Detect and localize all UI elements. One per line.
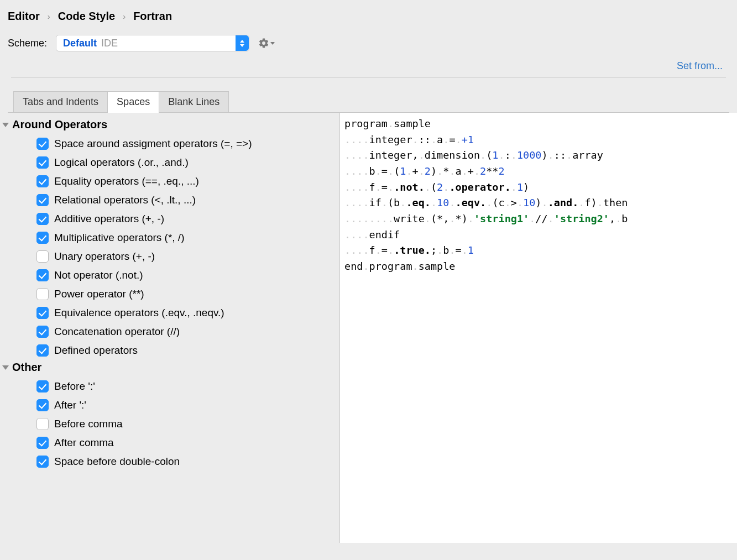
chevron-down-icon [270, 42, 275, 45]
tab-blank-lines[interactable]: Blank Lines [159, 91, 229, 112]
checkbox[interactable] [36, 380, 49, 392]
collapse-triangle-icon [2, 365, 9, 370]
option-row[interactable]: After comma [36, 433, 339, 452]
option-row[interactable]: Equivalence operators (.eqv., .neqv.) [36, 303, 339, 322]
checkbox[interactable] [36, 326, 49, 338]
option-row[interactable]: Multiplicative operators (*, /) [36, 228, 339, 247]
option-row[interactable]: Defined operators [36, 341, 339, 360]
checkbox[interactable] [36, 156, 49, 169]
set-from-link[interactable]: Set from... [677, 60, 723, 71]
checkbox[interactable] [36, 437, 49, 449]
group-label: Other [12, 361, 41, 374]
option-label: Space around assigment operators (=, =>) [54, 138, 252, 150]
option-label: Before ':' [54, 380, 95, 392]
checkbox[interactable] [36, 288, 49, 300]
option-label: Additive operators (+, -) [54, 213, 164, 225]
checkbox[interactable] [36, 344, 49, 357]
tabs: Tabs and Indents Spaces Blank Lines [8, 78, 729, 113]
scheme-value: Default [63, 38, 97, 49]
option-row[interactable]: Before ':' [36, 377, 339, 396]
option-label: Before comma [54, 418, 123, 430]
option-label: After comma [54, 437, 114, 449]
option-row[interactable]: Additive operators (+, -) [36, 210, 339, 228]
option-label: Logical operators (.or., .and.) [54, 156, 189, 169]
settings-gear-button[interactable] [258, 38, 275, 49]
chevron-right-icon: › [48, 12, 50, 21]
option-row[interactable]: Equality operators (==, .eq., ...) [36, 172, 339, 191]
scheme-label: Scheme: [8, 38, 47, 49]
group-label: Around Operators [12, 118, 107, 131]
stepper-arrows-icon [236, 35, 249, 51]
option-row[interactable]: Before comma [36, 415, 339, 433]
option-row[interactable]: Unary operators (+, -) [36, 247, 339, 266]
option-row[interactable]: Relational operators (<, .lt., ...) [36, 191, 339, 210]
option-row[interactable]: Power operator (**) [36, 285, 339, 303]
code-preview: program.sample ....integer.::.a.=.+1 ...… [340, 113, 737, 543]
checkbox[interactable] [36, 194, 49, 206]
group-title[interactable]: Other [0, 360, 339, 377]
checkbox[interactable] [36, 250, 49, 263]
checkbox[interactable] [36, 232, 49, 244]
checkbox[interactable] [36, 418, 49, 430]
scheme-select[interactable]: Default IDE [56, 35, 249, 51]
option-label: Multiplicative operators (*, /) [54, 232, 184, 244]
breadcrumb-item[interactable]: Code Style [58, 10, 115, 23]
checkbox[interactable] [36, 175, 49, 187]
checkbox[interactable] [36, 399, 49, 411]
collapse-triangle-icon [2, 123, 9, 127]
option-row[interactable]: Not operator (.not.) [36, 266, 339, 285]
checkbox[interactable] [36, 456, 49, 468]
tab-tabs-and-indents[interactable]: Tabs and Indents [13, 91, 108, 112]
option-label: Defined operators [54, 344, 138, 357]
option-label: Equivalence operators (.eqv., .neqv.) [54, 307, 224, 319]
option-label: Concatenation operator (//) [54, 326, 180, 338]
option-row[interactable]: Space around assigment operators (=, =>) [36, 134, 339, 153]
option-label: Unary operators (+, -) [54, 250, 155, 263]
scheme-meta: IDE [101, 38, 118, 49]
group-title[interactable]: Around Operators [0, 117, 339, 134]
option-label: After ':' [54, 399, 86, 411]
option-row[interactable]: Concatenation operator (//) [36, 322, 339, 341]
chevron-right-icon: › [123, 12, 126, 21]
option-row[interactable]: Space before double-colon [36, 452, 339, 471]
option-row[interactable]: After ':' [36, 396, 339, 415]
checkbox[interactable] [36, 213, 49, 225]
option-label: Equality operators (==, .eq., ...) [54, 175, 199, 187]
option-label: Relational operators (<, .lt., ...) [54, 194, 196, 206]
checkbox[interactable] [36, 269, 49, 281]
option-label: Power operator (**) [54, 288, 144, 300]
option-label: Space before double-colon [54, 456, 180, 468]
checkbox[interactable] [36, 138, 49, 150]
tab-spaces[interactable]: Spaces [107, 91, 159, 112]
option-row[interactable]: Logical operators (.or., .and.) [36, 153, 339, 172]
checkbox[interactable] [36, 307, 49, 319]
gear-icon [258, 38, 269, 49]
options-panel: Around OperatorsSpace around assigment o… [0, 113, 340, 543]
option-label: Not operator (.not.) [54, 269, 143, 281]
breadcrumb: Editor › Code Style › Fortran [8, 10, 729, 23]
breadcrumb-item[interactable]: Editor [8, 10, 40, 23]
breadcrumb-item: Fortran [133, 10, 172, 23]
